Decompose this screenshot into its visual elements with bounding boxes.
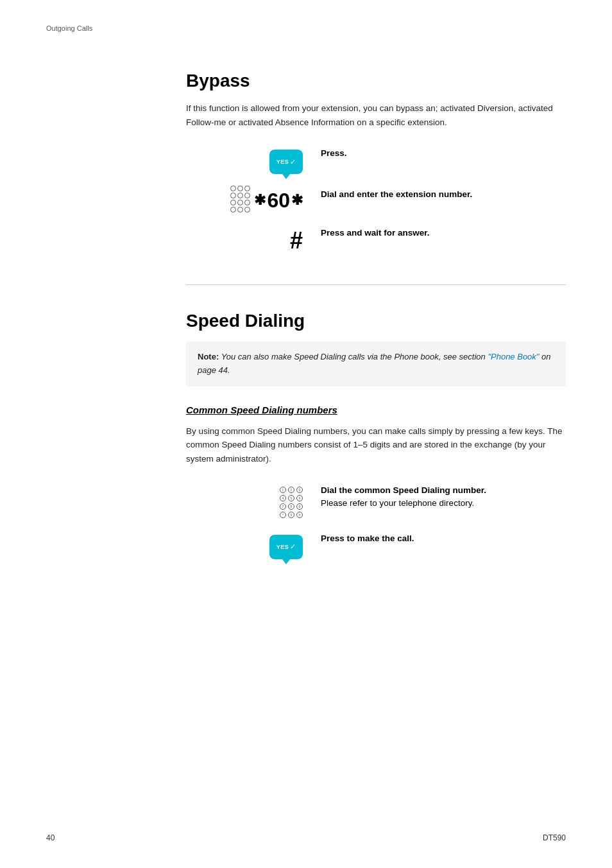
yes-button-icon: YES ✓ — [269, 150, 303, 174]
subsection-description: By using common Speed Dialing numbers, y… — [186, 424, 566, 466]
bypass-step-2-icon-col: ✱ 60 ✱ — [186, 188, 321, 213]
yes-button-icon-2: YES ✓ — [269, 535, 303, 559]
bypass-step-3: # Press and wait for answer. — [186, 227, 566, 252]
subsection-title: Common Speed Dialing numbers — [186, 404, 566, 415]
speed-step-1-icon-col: 123 456 789 *0# — [186, 484, 321, 518]
keypad-small-icon — [230, 186, 250, 213]
speed-dialing-title: Speed Dialing — [186, 311, 566, 331]
note-link[interactable]: "Phone Book" — [488, 352, 539, 361]
section-divider — [186, 284, 566, 285]
yes-label: YES — [276, 159, 289, 165]
bypass-step-1-icon-col: YES ✓ — [186, 147, 321, 174]
star-right-icon: ✱ — [291, 192, 303, 209]
breadcrumb: Outgoing Calls — [46, 24, 92, 32]
note-text: You can also make Speed Dialing calls vi… — [221, 352, 488, 361]
bypass-section: Bypass If this function is allowed from … — [186, 71, 566, 252]
bypass-step-3-icon-col: # — [186, 227, 321, 252]
bypass-step-1: YES ✓ Press. — [186, 147, 566, 174]
bypass-description: If this function is allowed from your ex… — [186, 101, 566, 129]
speed-step-1: 123 456 789 *0# Dial the common Speed Di… — [186, 484, 566, 518]
speed-step-2: YES ✓ Press to make the call. — [186, 532, 566, 559]
bypass-step-2-text: Dial and enter the extension number. — [321, 188, 566, 201]
star-left-icon: ✱ — [254, 192, 266, 209]
keypad-icon: 123 456 789 *0# — [280, 487, 303, 518]
bypass-step-2: ✱ 60 ✱ Dial and enter the extension numb… — [186, 188, 566, 213]
common-speed-dialing-subsection: Common Speed Dialing numbers By using co… — [186, 404, 566, 559]
yes-check-icon-2: ✓ — [290, 542, 296, 551]
speed-dialing-note: Note: You can also make Speed Dialing ca… — [186, 342, 566, 386]
bypass-step-1-label: Press. — [321, 148, 347, 158]
note-label: Note: — [198, 352, 219, 361]
speed-step-1-bold: Dial the common Speed Dialing number. — [321, 484, 566, 497]
speed-step-1-normal: Please refer to your telephone directory… — [321, 497, 566, 510]
speed-step-2-icon-col: YES ✓ — [186, 532, 321, 559]
page-footer: 40 DT590 — [46, 833, 566, 842]
bypass-title: Bypass — [186, 71, 566, 91]
yes-check-icon: ✓ — [290, 158, 296, 166]
hash-icon: # — [290, 229, 303, 252]
speed-step-1-text: Dial the common Speed Dialing number. Pl… — [321, 484, 566, 510]
yes-label-2: YES — [276, 544, 289, 550]
product-name: DT590 — [543, 833, 566, 842]
bypass-step-1-text: Press. — [321, 147, 566, 160]
bypass-step-3-text: Press and wait for answer. — [321, 227, 566, 239]
dial-60-icon: 60 — [267, 190, 290, 211]
bypass-step-2-label: Dial and enter the extension number. — [321, 189, 472, 199]
bypass-step-3-label: Press and wait for answer. — [321, 228, 430, 238]
speed-step-2-label: Press to make the call. — [321, 534, 414, 543]
speed-dialing-section: Speed Dialing Note: You can also make Sp… — [186, 311, 566, 559]
speed-step-2-text: Press to make the call. — [321, 532, 566, 545]
page-number: 40 — [46, 833, 55, 842]
